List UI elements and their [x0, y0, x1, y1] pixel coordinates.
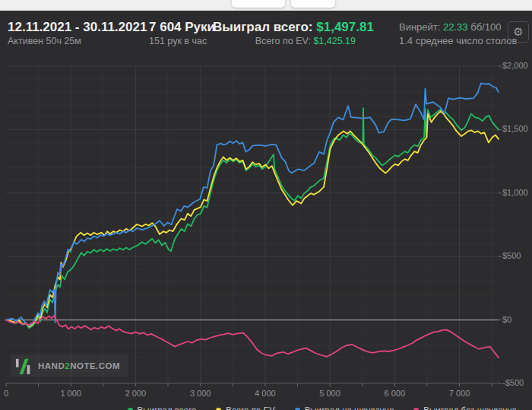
x-axis-tick-label: 2 000 — [116, 389, 154, 398]
y-axis-tick-label: -$500 — [502, 378, 532, 387]
x-axis-tick-label: 5 000 — [311, 389, 349, 398]
gear-icon: ⚙ — [513, 25, 523, 39]
y-axis-tick-label: $1,500 — [502, 124, 532, 133]
avg-tables: 1.4 среднее число столов — [399, 35, 517, 47]
date-range: 12.11.2021 - 30.11.2021 — [8, 19, 147, 35]
winrate-unit: бб/100 — [470, 21, 501, 33]
won-total-value: $1,497.81 — [316, 20, 374, 34]
legend-label: Выиграл всего — [138, 405, 197, 410]
top-tab-button-1[interactable] — [232, 0, 285, 8]
chart-legend: Выиграл всегоВсего по EVВыиграл на шоуда… — [0, 402, 532, 410]
stats-header: 12.11.2021 - 30.11.2021 Активен 50ч 25м … — [0, 11, 532, 55]
watermark-text-pre: HAND — [38, 361, 65, 370]
winrate-value: 22.33 — [443, 21, 468, 33]
hands-count: 7 604 Руки — [149, 19, 215, 35]
hand2note-watermark: HAND2NOTE.COM — [11, 354, 128, 377]
settings-button[interactable]: ⚙ — [508, 21, 529, 43]
ev-total-value: $1,425.19 — [313, 36, 356, 46]
hand2note-logo-icon — [15, 357, 32, 375]
y-axis-tick-label: $2,000 — [502, 61, 532, 70]
legend-label: Выиграл без шоудауна — [423, 405, 517, 410]
top-tab-button-2[interactable] — [291, 0, 335, 8]
ev-total-label: Всего по EV: — [255, 36, 311, 46]
winrate-label: Винрейт: — [399, 21, 440, 33]
legend-item[interactable]: Выиграл на шоудауне — [295, 405, 394, 410]
y-axis-tick-label: $0 — [502, 315, 532, 324]
winnings-block: Выиграл всего: $1,497.81 Всего по EV: $1… — [213, 19, 356, 47]
legend-dot-icon — [128, 408, 133, 410]
x-axis-tick-label: 6 000 — [375, 389, 413, 398]
legend-item[interactable]: Всего по EV — [216, 405, 275, 410]
won-total-label: Выиграл всего: — [213, 20, 313, 34]
active-time: Активен 50ч 25м — [8, 35, 147, 47]
date-range-block: 12.11.2021 - 30.11.2021 Активен 50ч 25м — [8, 19, 147, 47]
x-axis-tick-label: 3 000 — [182, 389, 220, 398]
y-axis-tick-label: $500 — [502, 251, 532, 260]
legend-item[interactable]: Выиграл всего — [128, 405, 197, 410]
winrate-block: Винрейт: 22.33 бб/100 1.4 среднее число … — [399, 19, 517, 47]
legend-dot-icon — [295, 408, 300, 410]
x-axis-tick-label: 4 000 — [246, 389, 284, 398]
y-axis-tick-label: $1,000 — [502, 188, 532, 197]
legend-label: Всего по EV — [226, 405, 275, 410]
x-axis-tick-label: 1 000 — [52, 389, 90, 398]
hands-block: 7 604 Руки 151 рук в час — [149, 19, 215, 47]
watermark-text-post: NOTE.COM — [70, 361, 120, 370]
winnings-chart[interactable]: $2,000$1,500$1,000$500$0-$500 01 0002 00… — [0, 58, 532, 400]
legend-item[interactable]: Выиграл без шоудауна — [413, 405, 517, 410]
chart-canvas[interactable] — [0, 58, 532, 400]
legend-label: Выиграл на шоудауне — [305, 405, 394, 410]
x-axis-tick-label: 0 — [0, 389, 25, 398]
legend-dot-icon — [216, 408, 221, 410]
stats-panel: 12.11.2021 - 30.11.2021 Активен 50ч 25м … — [0, 11, 532, 410]
x-axis-tick-label: 7 000 — [441, 389, 479, 398]
legend-dot-icon — [413, 408, 419, 410]
hands-per-hour: 151 рук в час — [149, 35, 215, 47]
top-strip — [0, 0, 532, 11]
